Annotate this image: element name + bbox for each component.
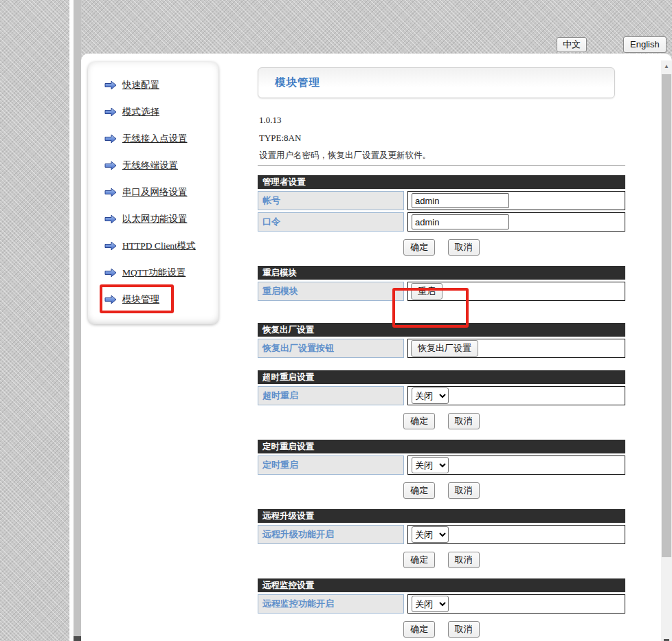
- remote-monitor-select[interactable]: 关闭: [412, 596, 449, 612]
- page-title: 模块管理: [275, 76, 320, 90]
- section-factory-reset: 恢复出厂设置 恢复出厂设置按钮 恢复出厂设置: [258, 323, 625, 358]
- table-row: 恢复出厂设置按钮 恢复出厂设置: [258, 339, 625, 358]
- arrow-icon: [104, 107, 117, 117]
- sidebar-item-mqtt[interactable]: MQTT功能设置: [88, 259, 219, 286]
- cancel-button[interactable]: 取消: [448, 621, 480, 638]
- timeout-restart-select[interactable]: 关闭: [412, 387, 449, 404]
- factory-reset-button[interactable]: 恢复出厂设置: [411, 340, 478, 357]
- table-row: 远程监控功能开启 关闭: [258, 594, 625, 614]
- row-label: 定时重启: [258, 456, 404, 475]
- sidebar-item-label: 无线接入点设置: [122, 133, 188, 145]
- sidebar-item-wireless-sta[interactable]: 无线终端设置: [88, 152, 219, 179]
- sidebar-item-httpd-client[interactable]: HTTPD Client模式: [88, 232, 219, 259]
- section-scheduled-restart: 定时重启设置 定时重启 关闭 确定 取消: [258, 440, 625, 499]
- actions-row: 确定 取消: [258, 482, 625, 499]
- remote-upgrade-select[interactable]: 关闭: [412, 526, 449, 543]
- arrow-icon: [104, 241, 117, 251]
- sidebar-item-label: 串口及网络设置: [122, 186, 188, 199]
- row-value: [407, 212, 625, 232]
- section-header: 远程升级设置: [258, 509, 625, 523]
- section-admin-settings: 管理者设置 帐号 口令 确定 取消: [258, 175, 625, 256]
- annotation-box-module-management: [100, 284, 174, 313]
- ok-button[interactable]: 确定: [403, 482, 435, 499]
- sidebar-item-label: HTTPD Client模式: [122, 240, 196, 252]
- section-header: 远程监控设置: [258, 578, 625, 592]
- section-header: 定时重启设置: [258, 440, 625, 453]
- left-gray-strip: [74, 0, 81, 641]
- table-row: 超时重启 关闭: [258, 386, 625, 405]
- row-value: 关闭: [407, 456, 625, 475]
- arrow-icon: [104, 188, 117, 197]
- sidebar-item-label: MQTT功能设置: [122, 267, 186, 279]
- cancel-button[interactable]: 取消: [448, 239, 480, 256]
- cancel-button[interactable]: 取消: [448, 482, 480, 499]
- scrollbar-up-arrow-icon[interactable]: ▲: [661, 60, 672, 71]
- section-header: 管理者设置: [258, 175, 625, 189]
- device-type: TYPE:8AN: [259, 133, 625, 144]
- actions-row: 确定 取消: [258, 413, 625, 429]
- section-header: 重启模块: [258, 266, 625, 280]
- desktop-background: 中文 English 快速配置 模式选择 无线接入点设置 无线终端设置: [0, 0, 672, 641]
- row-value: [407, 191, 625, 210]
- annotation-box-restart-button: [392, 288, 469, 328]
- sidebar-item-label: 以太网功能设置: [122, 213, 188, 225]
- ok-button[interactable]: 确定: [403, 621, 435, 638]
- scrollbar-thumb[interactable]: [662, 74, 671, 557]
- content-area: 模块管理 1.0.13 TYPE:8AN 设置用户名密码，恢复出厂设置及更新软件…: [258, 67, 625, 641]
- ok-button[interactable]: 确定: [403, 552, 435, 568]
- row-label: 恢复出厂设置按钮: [258, 339, 404, 358]
- actions-row: 确定 取消: [258, 239, 625, 256]
- sidebar-item-ethernet[interactable]: 以太网功能设置: [88, 205, 219, 232]
- bottom-left-fragment: [74, 636, 81, 641]
- firmware-version: 1.0.13: [259, 115, 625, 126]
- row-value: 关闭: [407, 386, 625, 405]
- page-title-banner: 模块管理: [258, 67, 615, 98]
- arrow-icon: [104, 134, 117, 144]
- section-remote-upgrade: 远程升级设置 远程升级功能开启 关闭 确定 取消: [258, 509, 625, 568]
- english-language-button[interactable]: English: [623, 36, 667, 53]
- row-value: 关闭: [407, 525, 625, 544]
- sidebar-item-label: 模式选择: [122, 106, 159, 118]
- main-panel: 快速配置 模式选择 无线接入点设置 无线终端设置 串口及网络设置 以太网功能设置: [81, 54, 672, 641]
- row-label: 超时重启: [258, 386, 404, 405]
- actions-row: 确定 取消: [258, 552, 625, 568]
- row-label: 远程升级功能开启: [258, 525, 404, 544]
- section-header: 超时重启设置: [258, 370, 625, 384]
- row-value: 关闭: [407, 594, 625, 614]
- table-row: 远程升级功能开启 关闭: [258, 525, 625, 544]
- divider: [258, 165, 625, 166]
- sidebar-item-mode-select[interactable]: 模式选择: [88, 98, 219, 125]
- table-row: 帐号: [258, 191, 625, 210]
- chinese-language-button[interactable]: 中文: [557, 37, 587, 52]
- ok-button[interactable]: 确定: [403, 239, 435, 256]
- row-label: 口令: [258, 212, 404, 232]
- sidebar-item-serial-network[interactable]: 串口及网络设置: [88, 179, 219, 205]
- page-description: 设置用户名密码，恢复出厂设置及更新软件。: [259, 150, 625, 161]
- cancel-button[interactable]: 取消: [448, 552, 480, 568]
- scheduled-restart-select[interactable]: 关闭: [412, 457, 449, 473]
- cancel-button[interactable]: 取消: [448, 413, 480, 429]
- sidebar-item-wireless-ap[interactable]: 无线接入点设置: [88, 125, 219, 152]
- arrow-icon: [104, 80, 117, 90]
- arrow-icon: [104, 214, 117, 224]
- vertical-scrollbar[interactable]: ▲: [661, 60, 672, 641]
- row-label: 帐号: [258, 191, 404, 210]
- account-input[interactable]: [412, 193, 509, 208]
- row-value: 恢复出厂设置: [407, 339, 625, 358]
- ok-button[interactable]: 确定: [403, 413, 435, 429]
- actions-row: 确定 取消: [258, 621, 625, 638]
- row-label: 远程监控功能开启: [258, 594, 404, 614]
- row-label: 重启模块: [258, 282, 404, 301]
- password-input[interactable]: [412, 214, 509, 229]
- arrow-icon: [104, 268, 117, 278]
- sidebar-item-quick-config[interactable]: 快速配置: [88, 71, 219, 98]
- table-row: 定时重启 关闭: [258, 456, 625, 475]
- arrow-icon: [104, 161, 117, 170]
- section-remote-monitor: 远程监控设置 远程监控功能开启 关闭 确定 取消: [258, 578, 625, 638]
- section-timeout-restart: 超时重启设置 超时重启 关闭 确定 取消: [258, 370, 625, 429]
- sidebar-item-label: 快速配置: [122, 79, 159, 91]
- sidebar-item-label: 无线终端设置: [122, 159, 178, 172]
- table-row: 口令: [258, 212, 625, 232]
